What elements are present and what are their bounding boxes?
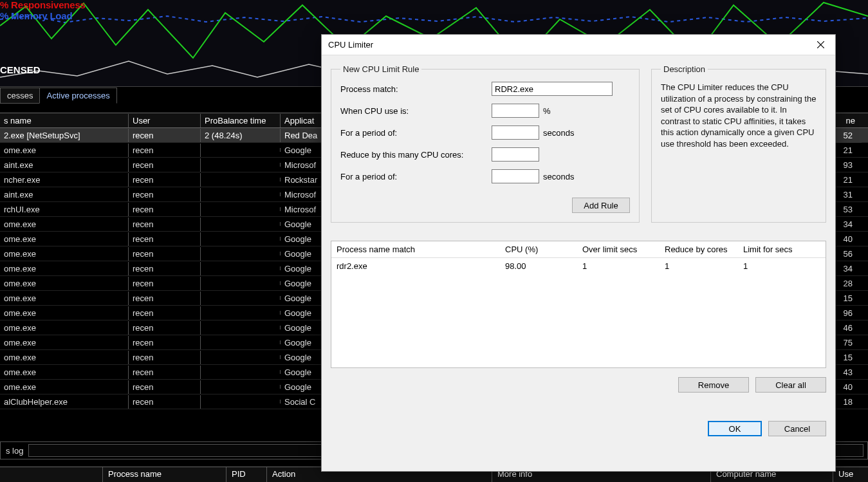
legend-memory: % Memory Load bbox=[0, 10, 86, 21]
cell-user: recen bbox=[129, 380, 201, 394]
cell-probalance bbox=[201, 237, 281, 241]
rules-col-over[interactable]: Over limit secs bbox=[577, 245, 660, 254]
cell-probalance bbox=[201, 385, 281, 389]
cell-name: ome.exe bbox=[0, 218, 129, 231]
rule-cell-over: 1 bbox=[577, 261, 660, 271]
legend-responsiveness: % Responsiveness bbox=[0, 0, 86, 10]
cell-probalance bbox=[201, 266, 281, 270]
dialog-titlebar[interactable]: CPU Limiter bbox=[322, 35, 835, 55]
cell-name: ome.exe bbox=[0, 380, 129, 394]
col-header-user[interactable]: User bbox=[129, 114, 201, 127]
cell-name: ome.exe bbox=[0, 144, 129, 157]
cell-name: ome.exe bbox=[0, 232, 129, 246]
remove-button[interactable]: Remove bbox=[678, 377, 749, 393]
cell-probalance bbox=[201, 370, 281, 374]
rules-col-reduce[interactable]: Reduce by cores bbox=[660, 245, 738, 254]
cell-user: recen bbox=[129, 232, 201, 246]
cell-user: recen bbox=[129, 336, 201, 349]
group-description-title: Description bbox=[661, 64, 708, 74]
cell-probalance bbox=[201, 355, 281, 359]
cell-user: recen bbox=[129, 306, 201, 320]
rules-col-cpu[interactable]: CPU (%) bbox=[500, 245, 577, 254]
cell-user: recen bbox=[129, 158, 201, 172]
suffix-percent: % bbox=[543, 106, 551, 116]
tab-all-processes[interactable]: cesses bbox=[0, 88, 40, 104]
ok-button[interactable]: OK bbox=[708, 421, 762, 436]
col-header-probalance[interactable]: ProBalance time bbox=[201, 114, 281, 127]
cell-probalance bbox=[201, 326, 281, 329]
cell-user: recen bbox=[129, 173, 201, 187]
cell-user: recen bbox=[129, 366, 201, 379]
close-icon bbox=[817, 41, 824, 48]
cell-name: ome.exe bbox=[0, 321, 129, 335]
rule-cell-name: rdr2.exe bbox=[331, 261, 500, 271]
cell-probalance: 2 (48.24s) bbox=[201, 129, 281, 142]
cell-probalance bbox=[201, 340, 281, 344]
cell-user: recen bbox=[129, 277, 201, 290]
tab-active-processes[interactable]: Active processes bbox=[39, 88, 116, 104]
label-period2: For a period of: bbox=[340, 172, 492, 181]
cell-name: ome.exe bbox=[0, 351, 129, 364]
label-reduce-cores: Reduce by this many CPU cores: bbox=[340, 150, 492, 160]
when-cpu-input[interactable] bbox=[492, 104, 539, 118]
add-rule-button[interactable]: Add Rule bbox=[572, 198, 630, 213]
cell-name: ome.exe bbox=[0, 306, 129, 320]
cell-user: recen bbox=[129, 144, 201, 157]
cell-probalance bbox=[201, 281, 281, 285]
close-button[interactable] bbox=[806, 35, 835, 55]
bottom-col-blank[interactable] bbox=[0, 467, 103, 482]
period1-input[interactable] bbox=[492, 125, 539, 140]
bottom-col-procname[interactable]: Process name bbox=[103, 467, 226, 482]
cell-user: recen bbox=[129, 247, 201, 261]
cell-user: recen bbox=[129, 188, 201, 201]
cell-user: recen bbox=[129, 218, 201, 231]
label-period1: For a period of: bbox=[340, 128, 492, 138]
bottom-col-pid[interactable]: PID bbox=[226, 467, 267, 482]
description-text: The CPU Limiter reduces the CPU utilizat… bbox=[661, 82, 817, 149]
cell-user: recen bbox=[129, 292, 201, 305]
cell-probalance bbox=[201, 400, 281, 403]
rules-row[interactable]: rdr2.exe98.00111 bbox=[331, 258, 826, 273]
cell-name: ncher.exe bbox=[0, 173, 129, 187]
group-description: Description The CPU Limiter reduces the … bbox=[651, 64, 826, 223]
period2-input[interactable] bbox=[492, 169, 539, 183]
clear-all-button[interactable]: Clear all bbox=[755, 377, 826, 393]
cell-name: ome.exe bbox=[0, 277, 129, 290]
reduce-cores-input[interactable] bbox=[492, 147, 539, 162]
rule-cell-limit: 1 bbox=[738, 261, 815, 271]
cell-user: recen bbox=[129, 262, 201, 275]
cell-probalance bbox=[201, 252, 281, 255]
license-label: CENSED bbox=[0, 64, 41, 75]
cell-name: ome.exe bbox=[0, 366, 129, 379]
cell-name: ome.exe bbox=[0, 336, 129, 349]
cell-name: aint.exe bbox=[0, 188, 129, 201]
rules-list-header: Process name match CPU (%) Over limit se… bbox=[331, 241, 826, 258]
tab-strip: cesses Active processes bbox=[0, 88, 116, 104]
cpu-limiter-dialog: CPU Limiter New CPU Limit Rule Process m… bbox=[321, 34, 836, 472]
cancel-button[interactable]: Cancel bbox=[768, 421, 826, 436]
cell-user: recen bbox=[129, 203, 201, 216]
cell-user: recen bbox=[129, 321, 201, 335]
group-new-rule-title: New CPU Limit Rule bbox=[340, 64, 421, 74]
cell-name: ome.exe bbox=[0, 292, 129, 305]
rules-list[interactable]: Process name match CPU (%) Over limit se… bbox=[331, 241, 826, 368]
col-header-right[interactable]: ne bbox=[846, 113, 868, 128]
group-new-rule: New CPU Limit Rule Process match: When C… bbox=[331, 64, 640, 223]
col-header-name[interactable]: s name bbox=[0, 114, 129, 127]
rules-col-limit[interactable]: Limit for secs bbox=[738, 245, 815, 254]
rules-col-name[interactable]: Process name match bbox=[331, 245, 500, 254]
cell-name: ome.exe bbox=[0, 247, 129, 261]
cell-name: rchUI.exe bbox=[0, 203, 129, 216]
cell-name: 2.exe [NetSetupSvc] bbox=[0, 129, 129, 142]
cell-probalance bbox=[201, 163, 281, 167]
cell-user: recen bbox=[129, 395, 201, 409]
cell-probalance bbox=[201, 222, 281, 226]
label-process-match: Process match: bbox=[340, 84, 492, 94]
process-match-input[interactable] bbox=[492, 82, 613, 96]
cell-probalance bbox=[201, 296, 281, 300]
rule-cell-reduce: 1 bbox=[660, 261, 738, 271]
cell-probalance bbox=[201, 311, 281, 315]
label-when-cpu: When CPU use is: bbox=[340, 106, 492, 116]
bottom-col-user[interactable]: Use bbox=[833, 467, 868, 482]
suffix-seconds2: seconds bbox=[543, 172, 574, 181]
